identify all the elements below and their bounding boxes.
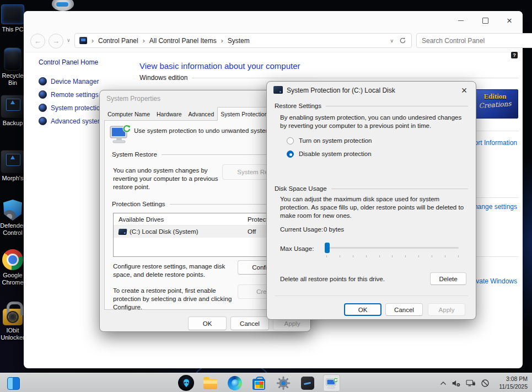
- minimize-button[interactable]: [449, 11, 473, 30]
- breadcrumb-control-panel[interactable]: Control Panel: [87, 37, 138, 45]
- create-description: To create a restore point, first enable …: [113, 287, 235, 312]
- group-label: Restore Settings: [275, 103, 321, 109]
- sidebar-item-label: Remote settings: [51, 91, 99, 99]
- icon-label: Google Chrome: [2, 272, 23, 286]
- dialog-title: System Protection for (C:) Local Disk: [287, 87, 395, 94]
- change-settings-link[interactable]: Change settings: [469, 203, 517, 211]
- dark-app-button[interactable]: [299, 374, 316, 391]
- clock-date: 11/15/2025: [495, 383, 528, 390]
- cancel-button[interactable]: Cancel: [385, 303, 423, 316]
- edition-badge-bottom-text: Creations: [472, 99, 518, 110]
- close-button[interactable]: [497, 11, 522, 30]
- dialog-title: System Properties: [106, 95, 160, 103]
- max-usage-slider[interactable]: [325, 243, 459, 257]
- chrome-icon: [2, 249, 23, 270]
- sidebar-item-label: System protection: [51, 104, 104, 112]
- slider-track[interactable]: [325, 247, 459, 249]
- breadcrumb-system[interactable]: System: [217, 37, 250, 45]
- this-pc-icon: [1, 4, 24, 24]
- search-box[interactable]: [416, 33, 532, 48]
- back-button[interactable]: ←: [30, 34, 45, 49]
- do-not-disturb-icon[interactable]: [481, 379, 490, 388]
- clock-time: 3:08 PM: [495, 375, 528, 383]
- system-protection-dialog: System Protection for (C:) Local Disk Re…: [266, 81, 476, 320]
- edge-browser-button[interactable]: [226, 374, 243, 391]
- navigation-toolbar: ← → Control Panel All Control Panel Item…: [24, 30, 523, 52]
- taskbar-clock[interactable]: 3:08 PM 11/15/2025: [495, 375, 528, 390]
- radio-turn-on-protection[interactable]: [287, 137, 294, 144]
- group-label: System Restore: [112, 151, 157, 158]
- delete-restore-points-text: Delete all restore points for this drive…: [280, 276, 385, 282]
- slider-thumb[interactable]: [325, 243, 330, 253]
- network-icon[interactable]: [466, 379, 476, 387]
- current-usage-value: 0 bytes: [324, 226, 344, 233]
- forward-button[interactable]: →: [49, 34, 63, 49]
- close-icon[interactable]: [458, 84, 470, 96]
- apply-button[interactable]: Apply: [428, 303, 465, 316]
- restore-settings-group: Restore Settings: [275, 103, 468, 109]
- store-icon: [252, 379, 265, 390]
- drive-name: (C:) Local Disk (System): [130, 228, 198, 235]
- sidebar-item-device-manager[interactable]: Device Manager: [39, 77, 141, 85]
- folder-icon: [203, 379, 217, 389]
- start-button-alienware[interactable]: [178, 374, 195, 391]
- disk-icon: [273, 86, 283, 94]
- file-explorer-button[interactable]: [202, 374, 219, 391]
- system-properties-taskbar-button[interactable]: [323, 374, 340, 391]
- desktop-icon-partial[interactable]: [52, 0, 74, 11]
- delete-button[interactable]: Delete: [430, 272, 466, 285]
- refresh-icon[interactable]: [399, 37, 406, 44]
- sidebar-item-label: Device Manager: [51, 78, 99, 85]
- disk-space-text: You can adjust the maximum disk space us…: [280, 195, 466, 220]
- system-tray: 3:08 PM 11/15/2025: [440, 373, 532, 392]
- alienware-icon: [178, 375, 194, 391]
- edition-badge: Edition Creations: [472, 89, 518, 119]
- cancel-button[interactable]: Cancel: [230, 316, 269, 330]
- radio-disable-protection[interactable]: [287, 151, 294, 158]
- system-restore-text: You can undo system changes by reverting…: [113, 167, 224, 191]
- tray-chevron-up-icon[interactable]: [440, 381, 447, 385]
- sidebar-home-link[interactable]: Control Panel Home: [39, 58, 141, 66]
- icon-label: Defender Control: [0, 222, 25, 236]
- drive-icon: [118, 229, 127, 235]
- volume-muted-icon[interactable]: [452, 379, 461, 387]
- tab-computer-name[interactable]: Computer Name: [104, 108, 153, 121]
- radio-turn-on-label[interactable]: Turn on system protection: [299, 137, 372, 144]
- title-bar[interactable]: [24, 11, 523, 30]
- tab-system-protection[interactable]: System Protection: [217, 107, 271, 121]
- taskbar: 3:08 PM 11/15/2025: [0, 373, 532, 392]
- maximize-button[interactable]: [473, 11, 497, 30]
- unlocker-lock-icon: [3, 309, 23, 325]
- icon-label: Recycle Bin: [2, 72, 23, 86]
- shield-icon: [39, 117, 47, 125]
- icon-label: IObit Unlocker: [1, 327, 24, 341]
- edge-icon: [228, 376, 242, 390]
- icon-label: Morph's: [2, 175, 24, 181]
- address-dropdown-icon[interactable]: ∨: [390, 38, 394, 44]
- system-protection-computer-icon: [109, 122, 132, 146]
- ok-button[interactable]: OK: [344, 303, 381, 316]
- slider-ticks: [326, 255, 459, 257]
- microsoft-store-button[interactable]: [250, 374, 267, 391]
- tab-advanced[interactable]: Advanced: [185, 108, 218, 121]
- settings-button[interactable]: [275, 374, 292, 391]
- column-available-drives: Available Drives: [114, 216, 248, 223]
- history-chevron-icon[interactable]: [67, 37, 71, 42]
- taskbar-widgets-icon[interactable]: [7, 377, 20, 390]
- ok-button[interactable]: OK: [188, 316, 227, 330]
- icon-label: Backup: [3, 120, 23, 126]
- restore-settings-text: By enabling system protection, you can u…: [280, 114, 463, 130]
- desktop: This PC Recycle Bin Backup Morph's Defen…: [0, 0, 532, 392]
- help-icon[interactable]: ?: [511, 52, 518, 58]
- breadcrumb-all-items[interactable]: All Control Panel Items: [138, 37, 217, 45]
- group-label: Disk Space Usage: [275, 185, 327, 192]
- tab-hardware[interactable]: Hardware: [153, 108, 185, 121]
- disk-space-usage-group: Disk Space Usage: [275, 185, 468, 192]
- shield-icon: [39, 90, 47, 99]
- breadcrumb[interactable]: Control Panel All Control Panel Items Sy…: [74, 33, 412, 48]
- radio-disable-label[interactable]: Disable system protection: [299, 151, 372, 157]
- gear-icon: [276, 376, 291, 390]
- search-input[interactable]: [417, 37, 532, 45]
- available-drives-list[interactable]: Available Drives Protection (C:) Local D…: [113, 213, 289, 257]
- drive-row[interactable]: (C:) Local Disk (System) Off: [114, 225, 289, 238]
